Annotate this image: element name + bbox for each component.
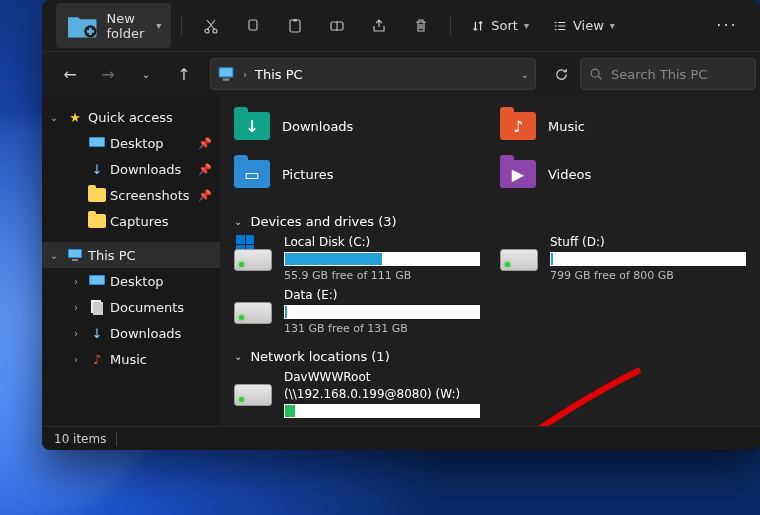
status-item-count: 10 items: [54, 432, 106, 446]
group-label: Network locations (1): [250, 349, 389, 364]
music-icon: ♪: [88, 350, 106, 368]
sidebar-item-desktop[interactable]: Desktop 📌: [64, 130, 220, 156]
status-bar: 10 items: [42, 426, 760, 450]
sidebar-item-this-pc[interactable]: ⌄ This PC: [42, 242, 220, 268]
drive-free-text: 799 GB free of 800 GB: [550, 269, 746, 282]
library-label: Videos: [548, 167, 591, 182]
back-button[interactable]: ←: [52, 56, 88, 92]
share-button[interactable]: [360, 8, 398, 44]
svg-rect-19: [93, 302, 103, 315]
sidebar-item-screenshots[interactable]: Screenshots 📌: [64, 182, 220, 208]
sidebar-item-pc-documents[interactable]: › Documents: [64, 294, 220, 320]
drive-free-text: 55.9 GB free of 111 GB: [284, 269, 480, 282]
refresh-button[interactable]: [544, 58, 578, 90]
desktop-icon: [88, 272, 106, 290]
expand-icon[interactable]: ›: [68, 328, 84, 339]
forward-button[interactable]: →: [90, 56, 126, 92]
library-label: Music: [548, 119, 585, 134]
pin-icon: 📌: [198, 189, 212, 202]
content-pane: ↓Downloads♪Music▭Pictures▶Videos ⌄ Devic…: [220, 96, 760, 426]
more-button[interactable]: ···: [708, 8, 746, 44]
sidebar-label: Music: [110, 352, 147, 367]
new-folder-button[interactable]: New folder ▾: [56, 3, 171, 48]
sort-label: Sort: [491, 18, 518, 33]
collapse-icon: ⌄: [234, 216, 242, 227]
copy-button[interactable]: [234, 8, 272, 44]
drive-icon: [234, 288, 274, 328]
drive-icon: [500, 235, 540, 275]
sidebar-label: Documents: [110, 300, 184, 315]
expand-icon[interactable]: ›: [68, 276, 84, 287]
sort-icon: [471, 19, 485, 33]
sidebar-label: Captures: [110, 214, 168, 229]
svg-rect-8: [220, 68, 232, 76]
library-item[interactable]: ▭Pictures: [234, 152, 480, 196]
downloads-icon: ↓: [88, 160, 106, 178]
drive-item[interactable]: Stuff (D:) 799 GB free of 800 GB: [500, 235, 746, 282]
expand-icon[interactable]: ›: [68, 354, 84, 365]
star-icon: ★: [66, 108, 84, 126]
drive-free-text: 131 GB free of 131 GB: [284, 322, 480, 335]
folder-icon: ▶: [500, 160, 536, 188]
drive-item[interactable]: Local Disk (C:) 55.9 GB free of 111 GB: [234, 235, 480, 282]
command-bar: New folder ▾ Sort ▾ View ▾ ···: [42, 0, 760, 52]
folder-icon: ▭: [234, 160, 270, 188]
sidebar-item-captures[interactable]: Captures: [64, 208, 220, 234]
downloads-icon: ↓: [88, 324, 106, 342]
delete-button[interactable]: [402, 8, 440, 44]
up-button[interactable]: ↑: [166, 56, 202, 92]
desktop-icon: [88, 134, 106, 152]
capacity-bar: [284, 404, 480, 418]
sidebar-label: Desktop: [110, 274, 164, 289]
view-icon: [553, 19, 567, 33]
capacity-bar: [284, 252, 480, 266]
drive-icon: [234, 235, 274, 275]
sort-button[interactable]: Sort ▾: [461, 12, 539, 39]
folder-icon: [88, 212, 106, 230]
capacity-bar: [550, 252, 746, 266]
rename-button[interactable]: [318, 8, 356, 44]
svg-rect-3: [249, 20, 257, 30]
chevron-down-icon: ▾: [156, 20, 161, 31]
svg-point-10: [591, 69, 599, 77]
sidebar-label: Screenshots: [110, 188, 190, 203]
cut-button[interactable]: [192, 8, 230, 44]
collapse-icon[interactable]: ⌄: [46, 112, 62, 123]
paste-button[interactable]: [276, 8, 314, 44]
file-explorer-window: New folder ▾ Sort ▾ View ▾ ··· ← → ⌄ ↑: [42, 0, 760, 450]
library-item[interactable]: ↓Downloads: [234, 104, 480, 148]
sidebar-item-downloads[interactable]: ↓ Downloads 📌: [64, 156, 220, 182]
folder-icon: ↓: [234, 112, 270, 140]
this-pc-icon: [217, 65, 235, 83]
svg-rect-12: [90, 138, 104, 146]
sidebar-item-pc-downloads[interactable]: › ↓ Downloads: [64, 320, 220, 346]
sidebar-item-quick-access[interactable]: ⌄ ★ Quick access: [42, 104, 220, 130]
breadcrumb-this-pc[interactable]: This PC: [255, 67, 303, 82]
library-item[interactable]: ▶Videos: [500, 152, 746, 196]
chevron-down-icon[interactable]: ⌄: [521, 69, 529, 80]
pin-icon: 📌: [198, 163, 212, 176]
documents-icon: [88, 298, 106, 316]
network-drive-item[interactable]: DavWWWRoot (\\192.168.0.199@8080) (W:): [234, 370, 480, 421]
pin-icon: 📌: [198, 137, 212, 150]
sidebar-label: Downloads: [110, 162, 181, 177]
group-header-network[interactable]: ⌄ Network locations (1): [234, 349, 746, 364]
sidebar-label: Downloads: [110, 326, 181, 341]
capacity-bar: [284, 305, 480, 319]
collapse-icon[interactable]: ⌄: [46, 250, 62, 261]
chevron-down-icon: ▾: [610, 20, 615, 31]
sidebar-item-pc-music[interactable]: › ♪ Music: [64, 346, 220, 372]
address-bar[interactable]: › This PC ⌄: [210, 58, 536, 90]
group-header-drives[interactable]: ⌄ Devices and drives (3): [234, 214, 746, 229]
search-input[interactable]: Search This PC: [580, 58, 756, 90]
expand-icon[interactable]: ›: [68, 302, 84, 313]
drive-label: Local Disk (C:): [284, 235, 480, 249]
svg-rect-9: [223, 79, 230, 81]
svg-rect-5: [293, 19, 297, 22]
library-item[interactable]: ♪Music: [500, 104, 746, 148]
new-folder-label: New folder: [107, 11, 145, 41]
sidebar-item-pc-desktop[interactable]: › Desktop: [64, 268, 220, 294]
recent-dropdown[interactable]: ⌄: [128, 56, 164, 92]
view-button[interactable]: View ▾: [543, 12, 625, 39]
drive-item[interactable]: Data (E:) 131 GB free of 131 GB: [234, 288, 480, 335]
